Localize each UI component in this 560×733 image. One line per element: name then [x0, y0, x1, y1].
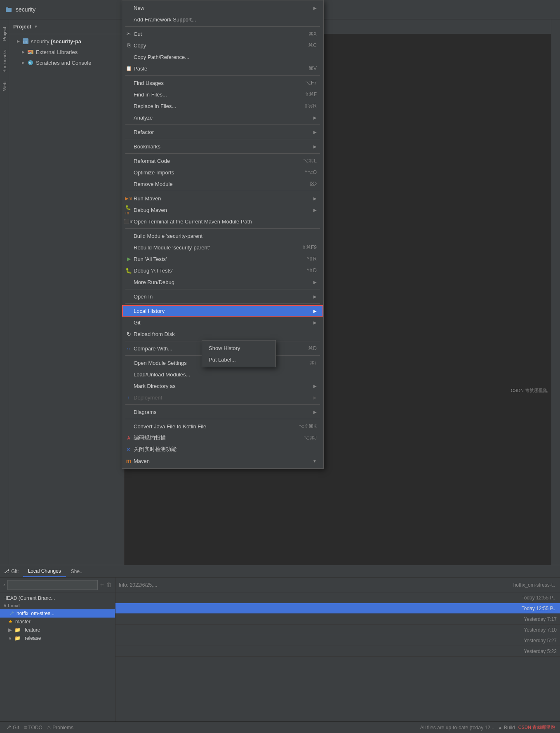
project-folder-icon [5, 6, 12, 13]
menu-item-build-module[interactable]: Build Module 'security-parent' [122, 230, 323, 242]
menu-label-build-module: Build Module 'security-parent' [134, 233, 317, 239]
menu-item-mark-dir[interactable]: Mark Directory as ▶ [122, 380, 323, 392]
menu-item-maven-bottom[interactable]: m Maven ▼ [122, 455, 323, 467]
menu-label-cut: Cut [134, 31, 296, 37]
menu-item-rebuild-module[interactable]: Rebuild Module 'security-parent' ⇧⌘F9 [122, 242, 323, 253]
git-commits-list: Today 12:55 P... Today 12:55 P... Yester… [115, 592, 560, 721]
delete-icon[interactable]: 🗑 [106, 582, 112, 588]
menu-item-open-terminal[interactable]: ⬛m Open Terminal at the Current Maven Mo… [122, 216, 323, 227]
debug-tests-icon: 🐛 [125, 267, 132, 274]
paste-icon: 📋 [125, 65, 132, 72]
git-commit-row-4[interactable]: Yesterday 7:10 [115, 625, 560, 635]
menu-item-reload-disk[interactable]: ↻ Reload from Disk [122, 328, 323, 340]
menu-item-open-in[interactable]: Open In ▶ [122, 291, 323, 302]
git-commit-row-6[interactable]: Yesterday 5:22 [115, 646, 560, 657]
git-commit-time-2: Today 12:55 P... [499, 606, 557, 611]
menu-separator-13 [125, 419, 320, 419]
menu-label-run-tests: Run 'All Tests' [134, 256, 294, 262]
menu-item-paste[interactable]: 📋 Paste ⌘V [122, 63, 323, 74]
tab-shelved[interactable]: She... [66, 565, 89, 577]
bottom-panel: ⎇ Git: Local Changes She... ‹ + 🗑 HEAD (… [0, 565, 560, 721]
menu-label-replace-files: Replace in Files... [134, 103, 292, 109]
git-commit-time-4: Yesterday 7:10 [499, 627, 557, 633]
menu-item-replace-files[interactable]: Replace in Files... ⇧⌘R [122, 100, 323, 112]
menu-item-new[interactable]: New ▶ [122, 2, 323, 14]
git-commit-time-3: Yesterday 7:17 [499, 616, 557, 622]
menu-label-add-framework: Add Framework Support... [134, 16, 317, 23]
menu-shortcut-copy: ⌘C [308, 42, 317, 48]
bookmarks-vtab[interactable]: Bookmarks [1, 47, 8, 76]
git-commit-row-2[interactable]: Today 12:55 P... [115, 603, 560, 614]
build-label[interactable]: ▲ Build [498, 725, 515, 731]
git-commit-row-3[interactable]: Yesterday 7:17 [115, 614, 560, 625]
menu-shortcut-reformat: ⌥⌘L [303, 158, 317, 164]
web-vtab[interactable]: Web [1, 78, 8, 94]
menu-item-run-maven[interactable]: ▶m Run Maven ▶ [122, 193, 323, 204]
menu-item-copy[interactable]: ⎘ Copy ⌘C [122, 40, 323, 51]
git-search-input[interactable] [7, 580, 97, 590]
project-vtab[interactable]: Project [1, 23, 8, 44]
menu-item-find-files[interactable]: Find in Files... ⇧⌘F [122, 89, 323, 100]
menu-item-remove-module[interactable]: Remove Module ⌦ [122, 178, 323, 190]
menu-item-copy-path[interactable]: Copy Path/Reference... [122, 51, 323, 63]
status-bar: ⎇ Git ≡ TODO ⚠ Problems All files are up… [0, 721, 560, 733]
menu-item-git[interactable]: Git ▶ [122, 317, 323, 328]
git-icon: ⎇ [3, 568, 9, 574]
svg-text:m: m [24, 40, 27, 44]
menu-item-analyze[interactable]: Analyze ▶ [122, 112, 323, 123]
menu-item-run-tests[interactable]: ▶ Run 'All Tests' ^⇧R [122, 253, 323, 265]
git-branch-master[interactable]: ★ master [0, 618, 115, 626]
git-commit-row-5[interactable]: Yesterday 5:27 [115, 635, 560, 646]
menu-item-more-run[interactable]: More Run/Debug ▶ [122, 276, 323, 288]
menu-item-cut[interactable]: ✂ Cut ⌘X [122, 28, 323, 40]
tree-item-scratches[interactable]: ▶ s Scratches and Console [9, 57, 124, 68]
menu-label-open-in: Open In [134, 294, 311, 300]
svg-text:📚: 📚 [28, 50, 32, 54]
menu-item-find-usages[interactable]: Find Usages ⌥F7 [122, 77, 323, 89]
git-branch-hotfix[interactable]: ⎇ hotfix_om-stres... [0, 609, 115, 618]
menu-item-bookmarks[interactable]: Bookmarks ▶ [122, 141, 323, 152]
menu-item-local-history[interactable]: Local History ▶ [122, 305, 323, 317]
menu-item-add-framework[interactable]: Add Framework Support... [122, 14, 323, 25]
menu-item-reformat[interactable]: Reformat Code ⌥⌘L [122, 155, 323, 167]
tab-local-changes[interactable]: Local Changes [23, 565, 66, 577]
menu-arrow-maven-bottom: ▼ [313, 459, 317, 463]
menu-label-open-terminal: Open Terminal at the Current Maven Modul… [134, 218, 317, 225]
menu-item-close-detect[interactable]: ⊘ 关闭实时检测功能 [122, 444, 323, 455]
menu-item-diagrams[interactable]: Diagrams ▶ [122, 406, 323, 418]
add-icon[interactable]: + [100, 581, 104, 589]
svg-rect-0 [6, 8, 12, 12]
menu-label-optimize: Optimize Imports [134, 169, 292, 176]
menu-item-load-modules[interactable]: Load/Unload Modules... [122, 369, 323, 380]
submenu-label-show-history: Show History [209, 345, 240, 351]
menu-item-java-to-kotlin[interactable]: Convert Java File to Kotlin File ⌥⇧⌘K [122, 421, 323, 432]
menu-item-code-scan[interactable]: A 编码规约扫描 ⌥⌘J [122, 432, 323, 444]
tree-item-external-libs[interactable]: ▶ 📚 External Libraries [9, 47, 124, 57]
menu-item-deployment[interactable]: ↑ Deployment ▶ [122, 392, 323, 403]
submenu-item-show-history[interactable]: Show History [202, 342, 275, 354]
status-todo-label[interactable]: ≡ TODO [24, 725, 42, 731]
menu-item-debug-tests[interactable]: 🐛 Debug 'All Tests' ^⇧D [122, 265, 323, 276]
menu-item-debug-maven[interactable]: 🐛m Debug Maven ▶ [122, 204, 323, 216]
menu-item-optimize[interactable]: Optimize Imports ^⌥O [122, 167, 323, 178]
git-branch-feature[interactable]: ▶ 📁 feature [0, 626, 115, 634]
menu-label-code-scan: 编码规约扫描 [134, 434, 291, 442]
sidebar-header[interactable]: Project ▼ [9, 19, 124, 34]
menu-label-copy-path: Copy Path/Reference... [134, 54, 317, 60]
menu-item-refactor[interactable]: Refactor ▶ [122, 126, 323, 138]
tree-arrow-scratches: ▶ [21, 60, 26, 65]
left-nav-icon[interactable]: ‹ [3, 582, 5, 588]
folder-icon-release: 📁 [14, 635, 21, 641]
git-commit-row-1[interactable]: Today 12:55 P... [115, 592, 560, 603]
git-branch-release[interactable]: ∨ 📁 release [0, 634, 115, 642]
sidebar-header-arrow-icon: ▼ [34, 24, 38, 29]
menu-arrow-analyze: ▶ [313, 115, 317, 120]
status-problems-label[interactable]: ⚠ Problems [47, 725, 73, 731]
menu-label-maven-bottom: Maven [134, 458, 310, 464]
submenu-item-put-label[interactable]: Put Label... [202, 354, 275, 365]
tree-item-security[interactable]: ▶ m security [security-pa [9, 36, 124, 47]
git-main-header: Info: 2022/6/25,... hotfix_om-stress-t..… [115, 578, 560, 592]
menu-shortcut-java-to-kotlin: ⌥⇧⌘K [299, 423, 317, 429]
git-head-item[interactable]: HEAD (Current Branc... [0, 594, 115, 602]
menu-separator-5 [125, 153, 320, 154]
